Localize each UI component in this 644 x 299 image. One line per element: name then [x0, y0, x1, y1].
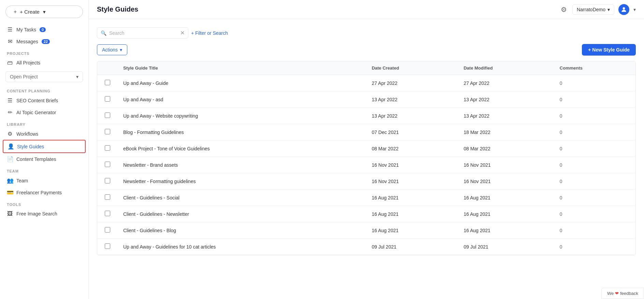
row-checkbox-0[interactable]: [105, 80, 110, 85]
row-checkbox-9[interactable]: [105, 227, 110, 233]
search-input-wrapper: 🔍 ✕: [97, 27, 188, 39]
toolbar: Actions ▾ + New Style Guide: [97, 44, 636, 56]
row-date-created-8: 16 Aug 2021: [366, 206, 458, 222]
row-checkbox-10[interactable]: [105, 243, 110, 249]
row-title-4[interactable]: eBook Project - Tone of Voice Guidelines: [118, 140, 366, 157]
row-comments-8: 0: [554, 206, 635, 222]
table-row: Up and Away - Guidelines for 10 cat arti…: [97, 239, 635, 255]
sidebar-item-workflows[interactable]: ⚙ Workflows: [0, 128, 88, 140]
create-button[interactable]: ＋ + Create ▾: [5, 5, 83, 18]
table-row: Up and Away - Website copywriting 13 Apr…: [97, 108, 635, 124]
row-comments-10: 0: [554, 239, 635, 255]
main-content: Style Guides ⚙ NarratoDemo ▾ ▾ 🔍 ✕ + Fil…: [89, 0, 644, 299]
open-project-label: Open Project: [10, 74, 38, 79]
workflows-label: Workflows: [16, 131, 38, 137]
projects-section: PROJECTS: [0, 47, 88, 57]
row-title-5[interactable]: Newsletter - Brand assets: [118, 157, 366, 173]
row-checkbox-cell: [97, 91, 118, 108]
row-date-modified-5: 16 Nov 2021: [458, 157, 554, 173]
row-checkbox-6[interactable]: [105, 178, 110, 183]
row-date-modified-1: 13 Apr 2022: [458, 91, 554, 108]
row-checkbox-4[interactable]: [105, 145, 110, 151]
library-section: LIBRARY: [0, 118, 88, 128]
col-date-modified: Date Modified: [458, 61, 554, 75]
row-date-modified-8: 16 Aug 2021: [458, 206, 554, 222]
table-row: Client - Guidelines - Social 16 Aug 2021…: [97, 190, 635, 206]
org-name: NarratoDemo: [577, 7, 605, 12]
row-date-modified-6: 16 Nov 2021: [458, 173, 554, 190]
svg-point-0: [623, 7, 625, 10]
row-checkbox-3[interactable]: [105, 129, 110, 134]
payments-label: Freelancer Payments: [16, 190, 62, 195]
feedback-bar[interactable]: We ❤ feedback: [601, 288, 644, 299]
row-checkbox-cell: [97, 157, 118, 173]
content-area: 🔍 ✕ + Filter or Search Actions ▾ + New S…: [89, 19, 644, 299]
row-title-1[interactable]: Up and Away - asd: [118, 91, 366, 108]
actions-label: Actions: [102, 47, 118, 53]
row-date-modified-4: 08 Mar 2022: [458, 140, 554, 157]
row-checkbox-5[interactable]: [105, 162, 110, 167]
row-comments-2: 0: [554, 108, 635, 124]
table-row: Client - Guidelines - Blog 16 Aug 2021 1…: [97, 222, 635, 239]
col-title: Style Guide Title: [118, 61, 366, 75]
sidebar-item-all-projects[interactable]: 🗃 All Projects: [0, 57, 88, 69]
row-title-10[interactable]: Up and Away - Guidelines for 10 cat arti…: [118, 239, 366, 255]
row-checkbox-2[interactable]: [105, 113, 110, 118]
table-row: eBook Project - Tone of Voice Guidelines…: [97, 140, 635, 157]
avatar[interactable]: [618, 4, 629, 15]
sidebar-item-ai-topic[interactable]: ✏ AI Topic Generator: [0, 106, 88, 118]
row-title-7[interactable]: Client - Guidelines - Social: [118, 190, 366, 206]
templates-icon: 📄: [7, 156, 13, 162]
actions-button[interactable]: Actions ▾: [97, 44, 127, 55]
sidebar-item-messages[interactable]: ✉ Messages 22: [0, 35, 88, 47]
row-title-9[interactable]: Client - Guidelines - Blog: [118, 222, 366, 239]
payments-icon: 💳: [7, 189, 13, 196]
sidebar-item-free-image-search[interactable]: 🖼 Free Image Search: [0, 208, 88, 220]
row-date-modified-2: 13 Apr 2022: [458, 108, 554, 124]
row-title-6[interactable]: Newsletter - Formatting guidelines: [118, 173, 366, 190]
feedback-suffix: feedback: [620, 291, 638, 296]
search-input[interactable]: [109, 30, 177, 36]
my-tasks-badge: 0: [40, 27, 46, 32]
new-style-guide-button[interactable]: + New Style Guide: [582, 44, 636, 56]
projects-icon: 🗃: [7, 60, 13, 66]
row-date-created-4: 08 Mar 2022: [366, 140, 458, 157]
clear-search-button[interactable]: ✕: [180, 30, 185, 36]
style-guides-table: Style Guide Title Date Created Date Modi…: [97, 61, 636, 255]
row-checkbox-7[interactable]: [105, 194, 110, 200]
row-checkbox-1[interactable]: [105, 96, 110, 102]
chevron-down-icon: ▾: [43, 9, 46, 15]
org-dropdown[interactable]: NarratoDemo ▾: [572, 4, 614, 15]
sidebar-item-my-tasks[interactable]: ☰ My Tasks 0: [0, 24, 88, 35]
tasks-icon: ☰: [7, 26, 13, 33]
settings-button[interactable]: ⚙: [559, 4, 568, 15]
sidebar: ＋ + Create ▾ ☰ My Tasks 0 ✉ Messages 22 …: [0, 0, 89, 299]
sidebar-item-seo-briefs[interactable]: ☰ SEO Content Briefs: [0, 94, 88, 106]
row-date-created-3: 07 Dec 2021: [366, 124, 458, 140]
row-comments-9: 0: [554, 222, 635, 239]
seo-label: SEO Content Briefs: [16, 98, 58, 103]
sidebar-item-freelancer-payments[interactable]: 💳 Freelancer Payments: [0, 186, 88, 198]
sidebar-item-style-guides[interactable]: 👤 Style Guides: [3, 140, 86, 153]
row-checkbox-cell: [97, 190, 118, 206]
row-title-0[interactable]: Up and Away - Guide: [118, 75, 366, 91]
sidebar-item-team[interactable]: 👥 Team: [0, 175, 88, 186]
row-comments-7: 0: [554, 190, 635, 206]
workflows-icon: ⚙: [7, 131, 13, 137]
row-title-2[interactable]: Up and Away - Website copywriting: [118, 108, 366, 124]
table-row: Newsletter - Formatting guidelines 16 No…: [97, 173, 635, 190]
table-row: Newsletter - Brand assets 16 Nov 2021 16…: [97, 157, 635, 173]
row-checkbox-cell: [97, 222, 118, 239]
messages-icon: ✉: [7, 38, 13, 45]
messages-badge: 22: [42, 39, 50, 44]
sidebar-item-content-templates[interactable]: 📄 Content Templates: [0, 153, 88, 165]
row-title-3[interactable]: Blog - Formatting Guidelines: [118, 124, 366, 140]
row-comments-6: 0: [554, 173, 635, 190]
row-comments-4: 0: [554, 140, 635, 157]
row-title-8[interactable]: Client - Guidelines - Newsletter: [118, 206, 366, 222]
page-title: Style Guides: [97, 5, 138, 13]
open-project-dropdown[interactable]: Open Project ▾: [5, 71, 83, 82]
col-comments: Comments: [554, 61, 635, 75]
row-checkbox-8[interactable]: [105, 211, 110, 216]
filter-or-search-button[interactable]: + Filter or Search: [191, 30, 228, 36]
